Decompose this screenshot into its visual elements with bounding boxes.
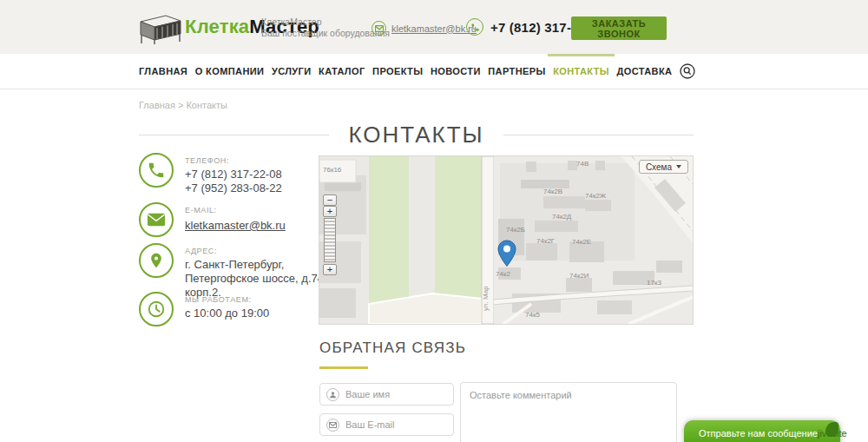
address-line-1: г. Санкт-Петербург, <box>185 258 328 272</box>
nav-list: ГЛАВНАЯ О КОМПАНИИ УСЛУГИ КАТАЛОГ ПРОЕКТ… <box>139 54 695 89</box>
map-label-74k2d: 74к2Д <box>552 213 571 221</box>
map-pin-icon[interactable] <box>497 240 516 267</box>
page-title-row: КОНТАКТЫ <box>139 122 694 148</box>
map-zoom-in-button-top[interactable]: + <box>323 206 337 217</box>
nav-item-projects[interactable]: ПРОЕКТЫ <box>372 54 423 89</box>
nav-item-news[interactable]: НОВОСТИ <box>431 54 481 89</box>
map-label-74v: 74В <box>576 160 589 168</box>
map-canvas[interactable]: 76к16 74В 74к2В 74к2Ж 74к2Д 74к2Б 74к2Г … <box>319 156 693 324</box>
nav-item-catalog[interactable]: КАТАЛОГ <box>319 54 365 89</box>
contact-item-hours: МЫ РАБОТАЕМ: с 10:00 до 19:00 <box>139 292 328 327</box>
map-label-74k2zh: 74к2Ж <box>585 192 606 200</box>
email-field <box>319 413 454 436</box>
map-zoom-in-button-bottom[interactable]: + <box>323 264 337 275</box>
comment-textarea[interactable] <box>460 382 677 442</box>
email-circle-icon <box>139 202 174 237</box>
header-tagline: КлеткаМастер Ваш поставщик оборудования <box>261 16 390 39</box>
map-zoom-out-button[interactable]: − <box>323 195 337 206</box>
person-icon <box>326 388 339 401</box>
site-header: КлеткаМастер КлеткаМастер Ваш поставщик … <box>0 0 868 54</box>
map-label-74k2g: 74к2Г <box>536 237 555 245</box>
page-title: КОНТАКТЫ <box>348 122 483 148</box>
hours-label: МЫ РАБОТАЕМ: <box>185 295 269 304</box>
contact-email-link[interactable]: kletkamaster@bk.ru <box>185 219 286 232</box>
phone-icon <box>466 18 483 36</box>
feedback-title: ОБРАТНАЯ СВЯЗЬ <box>319 340 466 357</box>
envelope-icon <box>372 21 386 36</box>
location-pin-circle-icon <box>139 243 174 278</box>
breadcrumb: Главная > Контакты <box>139 100 227 110</box>
map-label-17k3: 17к3 <box>647 279 661 287</box>
phone-circle-icon <box>139 153 174 188</box>
hours-value: с 10:00 до 19:00 <box>185 307 269 320</box>
map-label-74k2b: 74к2Б <box>506 226 525 234</box>
breadcrumb-separator: > <box>178 100 183 110</box>
envelope-small-icon <box>326 419 339 432</box>
name-input[interactable] <box>345 385 451 404</box>
title-divider-right <box>503 135 694 135</box>
email-label: E-MAIL: <box>185 206 286 214</box>
feedback-title-underline <box>319 366 368 369</box>
phone-number-2: +7 (952) 283-08-22 <box>185 181 282 195</box>
cage-logo-icon <box>136 10 183 44</box>
nav-item-about[interactable]: О КОМПАНИИ <box>195 54 265 89</box>
chat-widget[interactable]: Отправьте нам сообщение jivosite <box>684 420 840 442</box>
clock-circle-icon <box>139 292 174 327</box>
map-label-74k2v: 74к2В <box>543 188 562 195</box>
nav-item-delivery[interactable]: ДОСТАВКА <box>617 54 673 89</box>
nav-item-contacts[interactable]: КОНТАКТЫ <box>553 54 609 89</box>
map-label-76k16: 76к16 <box>323 166 341 174</box>
main-nav: ГЛАВНАЯ О КОМПАНИИ УСЛУГИ КАТАЛОГ ПРОЕКТ… <box>0 54 868 89</box>
title-divider-left <box>139 135 329 135</box>
breadcrumb-current: Контакты <box>186 100 227 110</box>
map-label-74k2i: 74к2И <box>569 272 589 280</box>
phone-label: ТЕЛЕФОН: <box>185 156 282 165</box>
map-label-74k5: 74к5 <box>525 311 540 319</box>
map-label-74k2e: 74к2Е <box>572 238 591 246</box>
nav-item-partners[interactable]: ПАРТНЕРЫ <box>488 54 545 89</box>
nav-item-services[interactable]: УСЛУГИ <box>272 54 312 89</box>
name-field <box>319 383 454 406</box>
contact-item-email: E-MAIL: kletkamaster@bk.ru <box>139 202 328 237</box>
search-icon <box>680 63 695 79</box>
breadcrumb-home[interactable]: Главная <box>139 100 175 110</box>
map-label-74k2: 74к2 <box>496 270 510 278</box>
map-zoom-slider[interactable] <box>324 218 336 262</box>
nav-item-home[interactable]: ГЛАВНАЯ <box>139 54 187 89</box>
chevron-down-icon <box>676 165 681 168</box>
map-type-button[interactable]: Схема <box>639 160 688 174</box>
map-type-label: Схема <box>646 162 672 172</box>
contact-item-phone: ТЕЛЕФОН: +7 (812) 317-22-08 +7 (952) 283… <box>139 153 328 195</box>
email-input[interactable] <box>345 415 451 434</box>
search-button[interactable] <box>680 63 695 79</box>
phone-number-1: +7 (812) 317-22-08 <box>185 168 282 181</box>
callback-button[interactable]: ЗАКАЗАТЬ ЗВОНОК <box>571 16 667 40</box>
address-label: АДРЕС: <box>185 247 328 255</box>
map-street-label: ул. Мар <box>482 286 490 311</box>
chat-message: Отправьте нам сообщение <box>699 428 818 439</box>
